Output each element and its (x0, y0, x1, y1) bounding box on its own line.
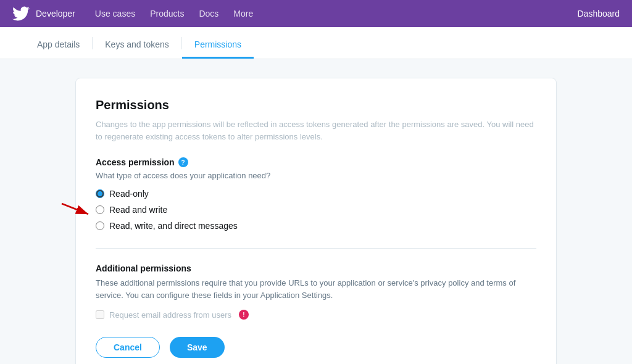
radio-read-only-input[interactable] (96, 189, 104, 198)
radio-read-write-label: Read and write (109, 205, 167, 215)
additional-permissions-description: These additional permissions require tha… (96, 277, 536, 301)
tabs-bar: App details Keys and tokens Permissions (0, 27, 632, 59)
tab-app-details[interactable]: App details (25, 31, 92, 59)
radio-read-write-input[interactable] (96, 205, 104, 214)
permissions-description: Changes to the app permissions will be r… (96, 118, 536, 143)
brand: Developer (12, 5, 75, 22)
cancel-button[interactable]: Cancel (96, 337, 160, 358)
brand-label: Developer (36, 9, 75, 19)
email-checkbox-label: Request email address from users (109, 310, 231, 320)
additional-permissions-title: Additional permissions (96, 263, 536, 273)
email-checkbox-row: Request email address from users ! (96, 310, 536, 320)
tab-permissions[interactable]: Permissions (182, 31, 254, 59)
access-permission-subtitle: What type of access does your applicatio… (96, 171, 536, 180)
nav-use-cases[interactable]: Use cases (88, 9, 143, 19)
radio-read-write-dm[interactable]: Read, write, and direct messages (96, 221, 536, 231)
radio-read-only-label: Read-only (109, 189, 149, 199)
permissions-title: Permissions (96, 98, 536, 112)
nav-docs[interactable]: Docs (191, 9, 226, 19)
tab-keys-tokens[interactable]: Keys and tokens (93, 31, 181, 59)
page-content: Permissions Changes to the app permissio… (0, 59, 632, 364)
additional-permissions-label: Additional permissions (96, 263, 191, 273)
access-permission-options: Read-only Read and write Read, write, an… (96, 189, 536, 231)
navbar: Developer Use cases Products Docs More D… (0, 0, 632, 27)
red-arrow-annotation (59, 201, 93, 219)
additional-permissions-section: Additional permissions These additional … (96, 248, 536, 358)
email-checkbox[interactable] (96, 310, 104, 319)
radio-read-write-dm-input[interactable] (96, 221, 104, 230)
radio-read-only[interactable]: Read-only (96, 189, 536, 199)
save-button[interactable]: Save (170, 337, 225, 358)
access-permission-label: Access permission (96, 157, 175, 167)
radio-read-write-dm-label: Read, write, and direct messages (109, 221, 238, 231)
radio-read-write[interactable]: Read and write (96, 205, 536, 215)
help-icon[interactable]: ? (178, 157, 188, 167)
info-dot-icon: ! (239, 310, 249, 320)
svg-line-1 (62, 204, 88, 214)
permissions-card: Permissions Changes to the app permissio… (75, 78, 557, 364)
dashboard-link[interactable]: Dashboard (578, 9, 620, 19)
nav-more[interactable]: More (226, 9, 260, 19)
button-row: Cancel Save (96, 337, 536, 358)
nav-products[interactable]: Products (143, 9, 191, 19)
twitter-icon (12, 5, 30, 22)
access-permission-header: Access permission ? (96, 157, 536, 167)
